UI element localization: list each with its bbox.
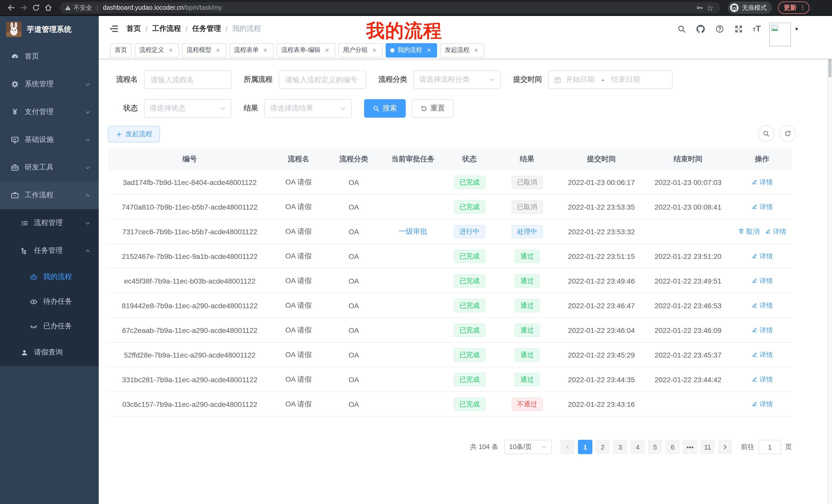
result-cell: 处理中 xyxy=(495,225,559,238)
avatar-caret-icon[interactable]: ▾ xyxy=(795,25,798,32)
search-button[interactable]: 搜索 xyxy=(364,99,406,118)
detail-action-link[interactable]: 详情 xyxy=(751,326,773,335)
process-id: 819442e8-7b9a-11ec-a290-acde48001122 xyxy=(108,301,271,310)
sidebar-item-system-mgmt[interactable]: 系统管理 xyxy=(0,71,99,98)
status-select[interactable]: 请选择状态 xyxy=(144,99,231,118)
page-button-5[interactable]: 5 xyxy=(648,440,662,454)
home-icon[interactable] xyxy=(42,2,54,14)
page-button-11[interactable]: 11 xyxy=(700,440,715,454)
close-icon[interactable]: × xyxy=(262,47,269,54)
password-key-icon[interactable] xyxy=(695,3,705,13)
result-badge: 不通过 xyxy=(511,397,543,411)
app-logo[interactable]: 芋道管理系统 xyxy=(0,16,99,43)
update-button[interactable]: 更新 xyxy=(778,2,809,14)
goto-page-input[interactable] xyxy=(758,440,781,454)
security-warning-icon[interactable] xyxy=(65,5,71,11)
next-page-button[interactable] xyxy=(718,440,732,454)
submit-time-range-picker[interactable]: 开始日期 - 结束日期 xyxy=(548,71,673,89)
detail-action-link[interactable]: 详情 xyxy=(751,350,773,359)
browser-menu-icon[interactable] xyxy=(800,5,806,11)
search-icon xyxy=(373,105,380,112)
result-cell: 通过 xyxy=(495,324,559,337)
page-button-1[interactable]: 1 xyxy=(578,440,592,454)
process-category: OA xyxy=(326,252,382,260)
row-actions: 详情 xyxy=(732,375,792,384)
filter-row-1: 流程名 所属流程 流程分类 请选择流程分类 xyxy=(108,71,796,89)
close-icon[interactable]: × xyxy=(167,47,174,54)
prev-page-button[interactable] xyxy=(561,440,575,454)
process-name-input[interactable] xyxy=(144,71,231,89)
tab-process-form[interactable]: 流程表单× xyxy=(229,43,274,57)
tab-my-process[interactable]: 我的流程× xyxy=(386,43,437,57)
forward-icon[interactable] xyxy=(18,2,30,14)
scrollbar[interactable] xyxy=(827,16,832,504)
sidebar-item-task-mgmt[interactable]: 任务管理 xyxy=(0,237,99,264)
sidebar-item-todo-tasks[interactable]: 待办任务 xyxy=(0,289,99,314)
back-icon[interactable] xyxy=(5,2,18,14)
avatar[interactable] xyxy=(770,23,791,46)
font-size-icon[interactable]: TT xyxy=(753,25,761,33)
search-icon[interactable] xyxy=(676,24,687,34)
cancel-action-link[interactable]: 取消 xyxy=(738,227,759,236)
edit-icon xyxy=(751,277,759,285)
page-button-2[interactable]: 2 xyxy=(595,440,610,454)
detail-action-link[interactable]: 详情 xyxy=(751,375,773,384)
table-search-button[interactable] xyxy=(758,125,774,142)
sidebar-item-done-tasks[interactable]: 已办任务 xyxy=(0,314,99,339)
start-process-button[interactable]: 发起流程 xyxy=(108,126,160,142)
tab-home[interactable]: 首页 xyxy=(110,43,132,57)
tab-start-process[interactable]: 发起流程× xyxy=(440,43,485,57)
process-category-select[interactable]: 请选择流程分类 xyxy=(413,71,501,89)
table-row: 03c6c157-7b9a-11ec-a290-acde48001122OA 请… xyxy=(108,392,792,417)
detail-action-link[interactable]: 详情 xyxy=(765,227,786,236)
breadcrumb-item[interactable]: 任务管理 xyxy=(192,24,221,33)
close-icon[interactable]: × xyxy=(214,47,222,54)
sidebar-item-process-mgmt[interactable]: 流程管理 xyxy=(0,209,99,237)
fullscreen-icon[interactable] xyxy=(733,24,744,34)
detail-action-link[interactable]: 详情 xyxy=(751,276,773,285)
sidebar-item-home[interactable]: 首页 xyxy=(0,43,99,71)
help-icon[interactable] xyxy=(714,24,725,34)
close-icon[interactable]: × xyxy=(371,47,378,54)
goto-label: 前往 xyxy=(741,442,754,452)
current-task-link[interactable]: 一级审批 xyxy=(398,227,427,235)
page-size-select[interactable]: 10条/页 xyxy=(504,440,552,454)
github-icon[interactable] xyxy=(696,24,706,34)
process-name: OA 请假 xyxy=(271,177,326,187)
sidebar-item-payment-mgmt[interactable]: ¥支付管理 xyxy=(0,98,99,126)
sidebar-item-infrastructure[interactable]: 基础设施 xyxy=(0,126,99,153)
page-button-4[interactable]: 4 xyxy=(630,440,645,454)
table-refresh-button[interactable] xyxy=(780,125,796,142)
breadcrumb-item[interactable]: 首页 xyxy=(127,24,141,33)
tab-process-definition[interactable]: 流程定义× xyxy=(135,43,179,57)
bookmark-star-icon[interactable]: ☆ xyxy=(705,3,715,13)
page-button-6[interactable]: 6 xyxy=(666,440,680,454)
address-bar[interactable]: 不安全 dashboard.yudao.iocoder.cn/bpm/task/… xyxy=(60,2,721,13)
reset-button[interactable]: 重置 xyxy=(412,99,453,118)
detail-action-link[interactable]: 详情 xyxy=(751,202,773,212)
tab-process-model[interactable]: 流程模型× xyxy=(182,43,226,57)
sidebar-item-my-process[interactable]: 我的流程 xyxy=(0,264,99,289)
sidebar-item-leave-query[interactable]: 请假查询 xyxy=(0,339,99,366)
sidebar-item-dev-tools[interactable]: 研发工具 xyxy=(0,153,99,181)
sidebar-toggle-icon[interactable] xyxy=(109,24,118,33)
process-definition-input[interactable] xyxy=(279,71,366,89)
tab-process-form-edit[interactable]: 流程表单-编辑× xyxy=(277,43,335,57)
close-icon[interactable]: × xyxy=(323,47,331,54)
page-button-3[interactable]: 3 xyxy=(613,440,627,454)
detail-action-link[interactable]: 详情 xyxy=(751,301,773,310)
breadcrumb-item[interactable]: 工作流程 xyxy=(152,24,181,33)
monitor-icon xyxy=(10,135,20,144)
more-pages-button[interactable]: ••• xyxy=(683,440,697,454)
detail-action-link[interactable]: 详情 xyxy=(751,251,773,261)
tab-user-group[interactable]: 用户分组× xyxy=(338,43,383,57)
detail-action-link[interactable]: 详情 xyxy=(751,399,773,409)
close-icon[interactable]: × xyxy=(425,47,433,54)
sidebar-item-label: 已办任务 xyxy=(43,321,72,331)
detail-action-link[interactable]: 详情 xyxy=(751,177,773,187)
sidebar-item-workflow[interactable]: 工作流程 xyxy=(0,181,99,209)
reload-icon[interactable] xyxy=(30,2,42,14)
table-row: 3ad174fb-7b9d-11ec-8404-acde48001122OA 请… xyxy=(108,170,792,195)
close-icon[interactable]: × xyxy=(473,47,480,54)
result-select[interactable]: 请选择流结果 xyxy=(264,99,352,118)
